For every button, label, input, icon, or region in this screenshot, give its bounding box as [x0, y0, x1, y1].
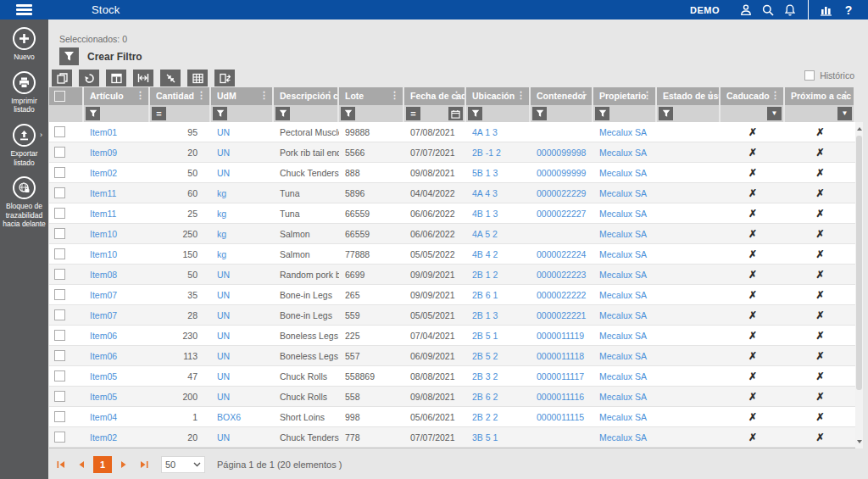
column-header-icon[interactable] [106, 70, 126, 86]
cell-link-ubicacion[interactable]: 4A 4 3 [472, 188, 498, 198]
equals-filter-icon[interactable]: = [406, 107, 420, 120]
collapse-icon[interactable] [160, 70, 181, 86]
scrollbar-thumb[interactable] [856, 136, 862, 390]
cell-link-ubicacion[interactable]: 4B 1 3 [472, 209, 498, 219]
cell-link-articulo[interactable]: Item11 [90, 209, 116, 219]
column-header-descripcion[interactable]: Descripción co⋮ [274, 87, 339, 105]
dropdown-filter-icon[interactable]: ▼ [767, 107, 782, 120]
cell-link-articulo[interactable]: Item05 [90, 371, 117, 382]
cell-link-udm[interactable]: UN [217, 127, 230, 137]
column-header-articulo[interactable]: Artículo⋮ [84, 87, 150, 105]
fit-width-icon[interactable] [133, 70, 153, 86]
column-menu-icon[interactable]: ⋮ [516, 90, 526, 101]
row-checkbox[interactable] [54, 167, 65, 178]
column-menu-icon[interactable]: ⋮ [325, 90, 334, 101]
scroll-up-icon[interactable] [855, 124, 863, 134]
cell-link-propietario[interactable]: Mecalux SA [599, 331, 647, 341]
refresh-icon[interactable] [79, 70, 99, 86]
cell-link-articulo[interactable]: Item06 [90, 331, 117, 341]
cell-link-propietario[interactable]: Mecalux SA [599, 310, 647, 320]
search-icon[interactable] [757, 0, 779, 19]
last-page-button[interactable] [136, 456, 153, 473]
cell-link-articulo[interactable]: Item10 [90, 249, 117, 259]
cell-link-contenedor[interactable]: 0000022224 [537, 249, 586, 259]
historico-checkbox[interactable] [804, 70, 815, 81]
row-checkbox[interactable] [54, 269, 65, 280]
cell-link-contenedor[interactable]: 0000022229 [537, 188, 586, 198]
cell-link-ubicacion[interactable]: 2B 6 1 [472, 290, 498, 300]
text-filter-icon[interactable] [275, 107, 290, 120]
column-menu-icon[interactable]: ⋮ [452, 90, 461, 101]
row-checkbox[interactable] [54, 350, 65, 361]
sidebar-item-bloqueo-trazabilidad[interactable]: Bloqueo de trazabilidad hacia delante [0, 176, 48, 229]
cell-link-udm[interactable]: UN [217, 168, 230, 178]
cell-link-contenedor[interactable]: 0000022222 [537, 290, 586, 300]
cell-link-ubicacion[interactable]: 2B 5 1 [472, 331, 498, 341]
cell-link-ubicacion[interactable]: 2B -1 2 [472, 148, 501, 158]
cell-link-udm[interactable]: UN [217, 351, 230, 361]
text-filter-icon[interactable] [86, 107, 100, 120]
row-checkbox[interactable] [54, 309, 65, 320]
cell-link-ubicacion[interactable]: 4A 1 3 [472, 127, 498, 137]
cell-link-ubicacion[interactable]: 4B 4 2 [472, 249, 498, 259]
cell-link-contenedor[interactable]: 0000011115 [537, 412, 584, 422]
text-filter-icon[interactable] [213, 107, 227, 120]
text-filter-icon[interactable] [659, 107, 673, 120]
column-menu-icon[interactable]: ⋮ [706, 90, 715, 101]
cell-link-articulo[interactable]: Item07 [90, 310, 117, 320]
cell-link-udm[interactable]: UN [217, 290, 230, 300]
column-menu-icon[interactable]: ⋮ [841, 90, 850, 101]
cell-link-propietario[interactable]: Mecalux SA [599, 371, 647, 382]
help-icon[interactable]: ? [837, 0, 860, 19]
cell-link-contenedor[interactable]: 0000022223 [537, 270, 586, 280]
cell-link-articulo[interactable]: Item08 [90, 270, 117, 280]
column-menu-icon[interactable]: ⋮ [771, 90, 780, 101]
cell-link-articulo[interactable]: Item05 [90, 392, 117, 402]
sidebar-item-imprimir-listado[interactable]: Imprimir listado [0, 71, 48, 114]
cell-link-contenedor[interactable]: 0000022221 [537, 310, 586, 320]
cell-link-ubicacion[interactable]: 2B 3 2 [472, 371, 498, 382]
row-checkbox[interactable] [54, 432, 65, 443]
column-header-propietario[interactable]: Propietario⋮ [593, 87, 657, 105]
column-menu-icon[interactable]: ⋮ [259, 90, 269, 101]
current-page-button[interactable]: 1 [93, 456, 112, 473]
cell-link-udm[interactable]: UN [217, 148, 230, 158]
cell-link-contenedor[interactable]: 0000022227 [537, 209, 586, 219]
cell-link-ubicacion[interactable]: 2B 1 2 [472, 270, 498, 280]
export-grid-icon[interactable] [52, 70, 72, 86]
cell-link-udm[interactable]: UN [217, 270, 230, 280]
page-size-select[interactable]: 50 [161, 456, 205, 473]
text-filter-icon[interactable] [532, 107, 547, 120]
column-header-udm[interactable]: UdM⋮ [211, 87, 274, 105]
sidebar-item-nuevo[interactable]: Nuevo [0, 27, 48, 62]
row-checkbox[interactable] [54, 391, 65, 402]
cell-link-propietario[interactable]: Mecalux SA [599, 249, 647, 259]
column-menu-icon[interactable]: ⋮ [390, 90, 399, 101]
cell-link-articulo[interactable]: Item07 [90, 290, 117, 300]
calendar-icon[interactable] [448, 107, 463, 120]
cell-link-ubicacion[interactable]: 4A 5 2 [472, 229, 498, 239]
cell-link-ubicacion[interactable]: 2B 5 2 [472, 351, 498, 361]
cell-link-propietario[interactable]: Mecalux SA [599, 290, 647, 300]
cell-link-articulo[interactable]: Item11 [90, 188, 116, 198]
cell-link-ubicacion[interactable]: 2B 6 2 [472, 392, 498, 402]
cell-link-udm[interactable]: kg [217, 249, 226, 259]
row-checkbox[interactable] [54, 411, 65, 422]
cell-link-contenedor[interactable]: 0000011117 [537, 371, 584, 382]
column-menu-icon[interactable]: ⋮ [197, 90, 206, 101]
column-header-ubicacion[interactable]: Ubicación⋮ [466, 87, 531, 105]
row-checkbox[interactable] [54, 126, 65, 137]
scroll-down-icon[interactable] [855, 437, 863, 447]
column-header-proximo[interactable]: Próximo a cac⋮ [785, 87, 855, 105]
cell-link-ubicacion[interactable]: 3B 5 1 [472, 432, 498, 443]
first-page-button[interactable] [53, 456, 70, 473]
dropdown-filter-icon[interactable]: ▼ [837, 107, 852, 120]
column-header-lote[interactable]: Lote⋮ [339, 87, 404, 105]
column-header-caducado[interactable]: Caducado⋮ [721, 87, 785, 105]
cell-link-contenedor[interactable]: 0000011118 [537, 351, 584, 361]
row-checkbox[interactable] [54, 248, 65, 259]
row-checkbox[interactable] [54, 208, 65, 219]
cell-link-propietario[interactable]: Mecalux SA [599, 412, 647, 422]
vertical-scrollbar[interactable] [855, 122, 863, 448]
row-checkbox[interactable] [54, 330, 65, 341]
